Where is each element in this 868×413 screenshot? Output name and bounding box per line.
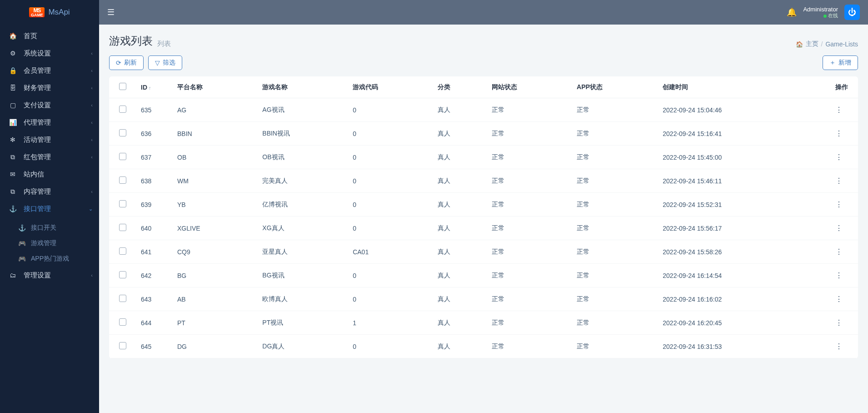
brand-logo-bottom: GAME xyxy=(31,13,43,17)
row-actions-button[interactable]: ⋮ xyxy=(835,319,842,327)
user-name: Administrator xyxy=(803,6,838,13)
row-checkbox[interactable] xyxy=(119,176,126,184)
breadcrumb-home[interactable]: 主页 xyxy=(806,40,818,48)
header-platform[interactable]: 平台名称 xyxy=(173,76,258,98)
chevron-left-icon: ‹ xyxy=(91,154,93,160)
sidebar-item-9[interactable]: ⧉内容管理‹ xyxy=(0,183,99,200)
row-checkbox[interactable] xyxy=(119,129,126,136)
filter-button[interactable]: ▽筛选 xyxy=(148,55,182,70)
row-actions-button[interactable]: ⋮ xyxy=(835,106,842,114)
cell-web-status: 正常 xyxy=(487,169,572,193)
row-checkbox[interactable] xyxy=(119,247,126,255)
power-button[interactable]: ⏻ xyxy=(844,5,860,20)
cell-platform: YB xyxy=(173,193,258,217)
cell-id: 638 xyxy=(136,169,173,193)
sidebar-item-icon: ⧉ xyxy=(8,188,17,196)
cell-platform: AG xyxy=(173,98,258,122)
row-actions-button[interactable]: ⋮ xyxy=(835,272,842,279)
header-code[interactable]: 游戏代码 xyxy=(348,76,433,98)
sidebar-item-8[interactable]: ✉站内信 xyxy=(0,166,99,183)
cell-app-status: 正常 xyxy=(572,240,658,264)
row-checkbox[interactable] xyxy=(119,153,126,160)
row-actions-button[interactable]: ⋮ xyxy=(835,130,842,137)
header-web-status[interactable]: 网站状态 xyxy=(487,76,572,98)
row-actions-button[interactable]: ⋮ xyxy=(835,342,842,350)
cell-game: OB视讯 xyxy=(258,146,348,169)
chevron-left-icon: ‹ xyxy=(91,137,93,142)
row-checkbox[interactable] xyxy=(119,106,126,113)
cell-web-status: 正常 xyxy=(487,98,572,122)
sidebar-item-4[interactable]: ▢支付设置‹ xyxy=(0,96,99,114)
main-area: ☰ 🔔 Administrator 在线 ⏻ 游戏列表 列表 🏠 主页 / Ga… xyxy=(99,0,868,413)
header-id[interactable]: ID↑ xyxy=(136,76,173,98)
cell-game: 亚星真人 xyxy=(258,240,348,264)
sidebar-item-11[interactable]: 🗂管理设置‹ xyxy=(0,267,99,284)
cell-created: 2022-09-24 15:45:00 xyxy=(658,146,826,169)
header-app-status[interactable]: APP状态 xyxy=(572,76,658,98)
header-created[interactable]: 创建时间 xyxy=(658,76,826,98)
sidebar-item-10[interactable]: ⚓接口管理⌄ xyxy=(0,200,99,217)
row-actions-button[interactable]: ⋮ xyxy=(835,248,842,256)
chevron-left-icon: ‹ xyxy=(91,50,93,56)
row-checkbox[interactable] xyxy=(119,295,126,302)
sidebar-item-label: 活动管理 xyxy=(24,136,51,144)
sidebar-subitem-10-2[interactable]: 🎮APP热门游戏 xyxy=(0,251,99,267)
refresh-button[interactable]: ⟳刷新 xyxy=(109,55,144,70)
sidebar-item-2[interactable]: 🔒会员管理‹ xyxy=(0,62,99,79)
sidebar-item-label: 站内信 xyxy=(24,170,44,179)
sidebar-subitem-label: APP热门游戏 xyxy=(31,255,69,263)
header-category[interactable]: 分类 xyxy=(433,76,487,98)
cell-created: 2022-09-24 16:20:45 xyxy=(658,311,826,335)
sidebar-item-1[interactable]: ⚙系统设置‹ xyxy=(0,45,99,62)
header-game[interactable]: 游戏名称 xyxy=(258,76,348,98)
sidebar-item-label: 财务管理 xyxy=(24,84,51,92)
sidebar-item-3[interactable]: 🗄财务管理‹ xyxy=(0,79,99,96)
row-checkbox[interactable] xyxy=(119,200,126,207)
row-actions-button[interactable]: ⋮ xyxy=(835,153,842,161)
brand[interactable]: MS GAME MsApi xyxy=(0,0,99,25)
status-dot-icon xyxy=(823,15,827,18)
cell-app-status: 正常 xyxy=(572,287,658,311)
refresh-label: 刷新 xyxy=(124,59,137,67)
row-checkbox[interactable] xyxy=(119,318,126,326)
topbar: ☰ 🔔 Administrator 在线 ⏻ xyxy=(99,0,868,25)
cell-code: 0 xyxy=(348,287,433,311)
filter-icon: ▽ xyxy=(155,59,160,66)
sidebar-item-7[interactable]: ⧉红包管理‹ xyxy=(0,148,99,166)
sidebar-item-label: 首页 xyxy=(24,32,37,40)
sidebar-subitem-10-0[interactable]: ⚓接口开关 xyxy=(0,220,99,236)
cell-platform: XGLIVE xyxy=(173,217,258,240)
row-checkbox[interactable] xyxy=(119,342,126,349)
cell-game: DG真人 xyxy=(258,335,348,358)
row-checkbox[interactable] xyxy=(119,271,126,278)
table-row: 639YB亿博视讯0真人正常正常2022-09-24 15:52:31⋮ xyxy=(109,193,858,217)
refresh-icon: ⟳ xyxy=(116,59,121,66)
sidebar-item-6[interactable]: ✻活动管理‹ xyxy=(0,131,99,148)
row-actions-button[interactable]: ⋮ xyxy=(835,224,842,232)
bell-icon[interactable]: 🔔 xyxy=(787,7,797,17)
chevron-down-icon: ⌄ xyxy=(89,206,93,212)
cell-category: 真人 xyxy=(433,122,487,146)
table-body: 635AGAG视讯0真人正常正常2022-09-24 15:04:46⋮636B… xyxy=(109,98,858,358)
cell-game: 亿博视讯 xyxy=(258,193,348,217)
content: 游戏列表 列表 🏠 主页 / Game-Lists ⟳刷新 ▽筛选 ＋新增 ID… xyxy=(99,25,868,413)
sidebar-item-5[interactable]: 📊代理管理‹ xyxy=(0,114,99,131)
breadcrumb-current: Game-Lists xyxy=(825,40,858,48)
select-all-checkbox[interactable] xyxy=(119,83,126,90)
cell-game: BG视讯 xyxy=(258,264,348,287)
sidebar-subitem-10-1[interactable]: 🎮游戏管理 xyxy=(0,236,99,251)
header-id-label: ID xyxy=(141,84,147,91)
add-button[interactable]: ＋新增 xyxy=(823,55,858,70)
hamburger-icon[interactable]: ☰ xyxy=(107,7,115,17)
sort-asc-icon: ↑ xyxy=(149,85,151,91)
user-block[interactable]: Administrator 在线 xyxy=(803,6,838,19)
row-actions-button[interactable]: ⋮ xyxy=(835,201,842,208)
cell-game: PT视讯 xyxy=(258,311,348,335)
cell-code: CA01 xyxy=(348,240,433,264)
row-checkbox[interactable] xyxy=(119,224,126,231)
row-actions-button[interactable]: ⋮ xyxy=(835,177,842,185)
sidebar-item-0[interactable]: 🏠首页 xyxy=(0,27,99,45)
cell-app-status: 正常 xyxy=(572,98,658,122)
row-actions-button[interactable]: ⋮ xyxy=(835,295,842,303)
sidebar-item-icon: 🔒 xyxy=(8,67,17,74)
